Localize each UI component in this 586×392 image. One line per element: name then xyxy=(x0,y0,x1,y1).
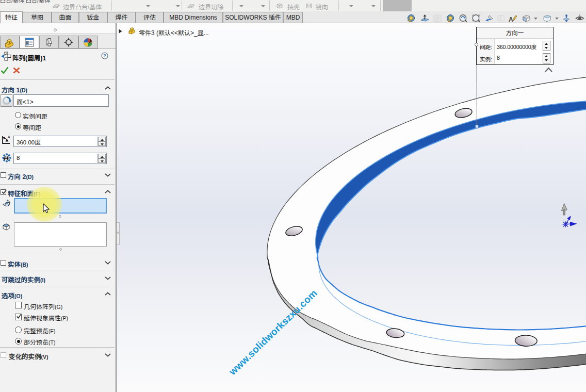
svg-text:A: A xyxy=(8,135,10,139)
svg-text:?: ? xyxy=(103,53,106,58)
